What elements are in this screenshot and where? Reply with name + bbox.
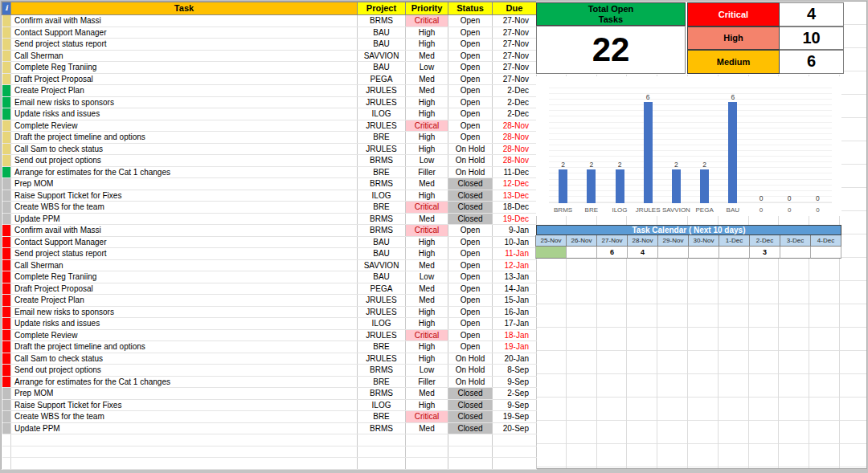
task-cell[interactable]: Contact Support Manager — [11, 27, 358, 39]
priority-cell[interactable]: Med — [406, 85, 448, 97]
total-open-tasks-label[interactable]: Total Open Tasks — [536, 2, 686, 26]
status-cell[interactable]: On Hold — [448, 143, 493, 155]
due-cell[interactable]: 20-Sep — [493, 422, 537, 434]
priority-cell[interactable]: Med — [406, 283, 448, 295]
task-cell[interactable]: Update risks and issues — [11, 108, 358, 120]
due-cell[interactable]: 13-Jan — [493, 271, 537, 283]
calendar-count-cell[interactable] — [688, 247, 719, 259]
task-cell[interactable]: Prep MOM — [11, 178, 358, 190]
status-cell[interactable]: Open — [448, 295, 493, 307]
table-row[interactable]: Draft the project timeline and optionsBR… — [2, 132, 537, 144]
task-cell[interactable]: Complete Reg Traniing — [11, 62, 358, 74]
project-cell[interactable]: BRMS — [358, 365, 406, 377]
due-cell[interactable]: 10-Jan — [493, 236, 537, 248]
task-cell[interactable]: Draft Project Proposal — [11, 283, 358, 295]
status-cell[interactable]: Closed — [448, 213, 493, 225]
priority-cell[interactable]: Critical — [406, 120, 448, 132]
empty-cell[interactable] — [448, 434, 493, 446]
project-cell[interactable]: ILOG — [358, 108, 406, 120]
empty-cell[interactable] — [2, 446, 11, 458]
task-cell[interactable]: Send project status report — [11, 39, 358, 51]
empty-cell[interactable] — [448, 446, 493, 458]
table-row[interactable]: Confirm avail with MassiBRMSCriticalOpen… — [2, 225, 537, 237]
due-cell[interactable]: 18-Dec — [493, 202, 537, 214]
task-cell[interactable]: Draft the project timeline and options — [11, 132, 358, 144]
calendar-count-cell[interactable] — [566, 247, 597, 259]
task-cell[interactable]: Call Sam to check status — [11, 353, 358, 365]
project-cell[interactable]: SAVVION — [358, 50, 406, 62]
priority-cell[interactable]: High — [406, 39, 448, 51]
empty-cell[interactable] — [11, 458, 358, 470]
status-cell[interactable]: Open — [448, 318, 493, 330]
priority-cell[interactable]: Filler — [406, 166, 448, 178]
stat-label-critical[interactable]: Critical — [687, 2, 780, 27]
calendar-today-cell[interactable] — [535, 247, 567, 259]
priority-cell[interactable]: Med — [406, 50, 448, 62]
table-row[interactable]: Update PPMBRMSMedClosed20-Sep — [2, 422, 537, 434]
due-cell[interactable]: 12-Jan — [493, 259, 537, 271]
task-cell[interactable]: Confirm avail with Massi — [11, 225, 358, 237]
project-cell[interactable]: BAU — [358, 236, 406, 248]
table-row[interactable]: Draft the project timeline and optionsBR… — [2, 341, 537, 353]
empty-cell[interactable] — [358, 446, 406, 458]
priority-cell[interactable]: High — [406, 108, 448, 120]
project-cell[interactable]: BRMS — [358, 213, 406, 225]
table-row[interactable]: Create WBS for the teamBRECriticalClosed… — [2, 411, 537, 423]
status-cell[interactable]: On Hold — [448, 353, 493, 365]
table-row[interactable]: Call ShermanSAVVIONMedOpen27-Nov — [2, 50, 537, 62]
project-cell[interactable]: ILOG — [358, 190, 406, 202]
calendar-date-cell[interactable]: 26-Nov — [566, 235, 597, 247]
priority-cell[interactable]: High — [406, 353, 448, 365]
project-cell[interactable]: BRMS — [358, 155, 406, 167]
task-cell[interactable]: Arrange for estimates for the Cat 1 chan… — [11, 166, 358, 178]
priority-cell[interactable]: Med — [406, 73, 448, 85]
status-cell[interactable]: Closed — [448, 399, 493, 411]
task-cell[interactable]: Update risks and issues — [11, 318, 358, 330]
table-row[interactable]: Complete ReviewJRULESCriticalOpen28-Nov — [2, 120, 537, 132]
due-cell[interactable]: 18-Jan — [493, 329, 537, 341]
project-cell[interactable]: BRE — [358, 341, 406, 353]
info-icon[interactable]: i — [2, 2, 11, 15]
status-cell[interactable]: Open — [448, 96, 493, 108]
project-cell[interactable]: BRMS — [358, 388, 406, 400]
status-cell[interactable]: Open — [448, 85, 493, 97]
status-cell[interactable]: Open — [448, 50, 493, 62]
table-row[interactable]: Call Sam to check statusJRULESHighOn Hol… — [2, 353, 537, 365]
table-row[interactable]: Arrange for estimates for the Cat 1 chan… — [2, 166, 537, 178]
project-cell[interactable]: BAU — [358, 248, 406, 260]
task-cell[interactable]: Update PPM — [11, 422, 358, 434]
due-cell[interactable]: 20-Jan — [493, 353, 537, 365]
priority-cell[interactable]: High — [406, 399, 448, 411]
table-row[interactable]: Call ShermanSAVVIONMedOpen12-Jan — [2, 259, 537, 271]
table-row[interactable]: Raise Support Ticket for FixesILOGHighCl… — [2, 399, 537, 411]
due-cell[interactable]: 28-Nov — [493, 132, 537, 144]
priority-cell[interactable]: Med — [406, 295, 448, 307]
project-cell[interactable]: ILOG — [358, 399, 406, 411]
calendar-date-cell[interactable]: 27-Nov — [596, 235, 628, 247]
project-cell[interactable]: BRE — [358, 166, 406, 178]
status-cell[interactable]: On Hold — [448, 376, 493, 388]
priority-cell[interactable]: Critical — [406, 202, 448, 214]
table-row[interactable]: Update risks and issuesILOGHighOpen2-Dec — [2, 108, 537, 120]
column-header-task[interactable]: Task — [11, 2, 358, 15]
priority-cell[interactable]: Med — [406, 213, 448, 225]
priority-cell[interactable]: Filler — [406, 376, 448, 388]
due-cell[interactable]: 27-Nov — [493, 73, 537, 85]
column-header-priority[interactable]: Priority — [406, 2, 448, 15]
empty-cell[interactable] — [406, 458, 448, 470]
priority-cell[interactable]: High — [406, 190, 448, 202]
task-cell[interactable]: Arrange for estimates for the Cat 1 chan… — [11, 376, 358, 388]
priority-cell[interactable]: Critical — [406, 225, 448, 237]
table-row[interactable]: Prep MOMBRMSMedClosed12-Dec — [2, 178, 537, 190]
status-cell[interactable]: On Hold — [448, 365, 493, 377]
column-header-status[interactable]: Status — [448, 2, 493, 15]
empty-cell[interactable] — [358, 434, 406, 446]
priority-cell[interactable]: Critical — [406, 329, 448, 341]
priority-cell[interactable]: Med — [406, 259, 448, 271]
project-cell[interactable]: BRE — [358, 411, 406, 423]
table-row[interactable]: Raise Support Ticket for FixesILOGHighCl… — [2, 190, 537, 202]
calendar-count-cell[interactable]: 6 — [596, 247, 628, 259]
column-header-project[interactable]: Project — [358, 2, 406, 15]
status-cell[interactable]: Closed — [448, 190, 493, 202]
table-row[interactable]: Update PPMBRMSMedClosed19-Dec — [2, 213, 537, 225]
